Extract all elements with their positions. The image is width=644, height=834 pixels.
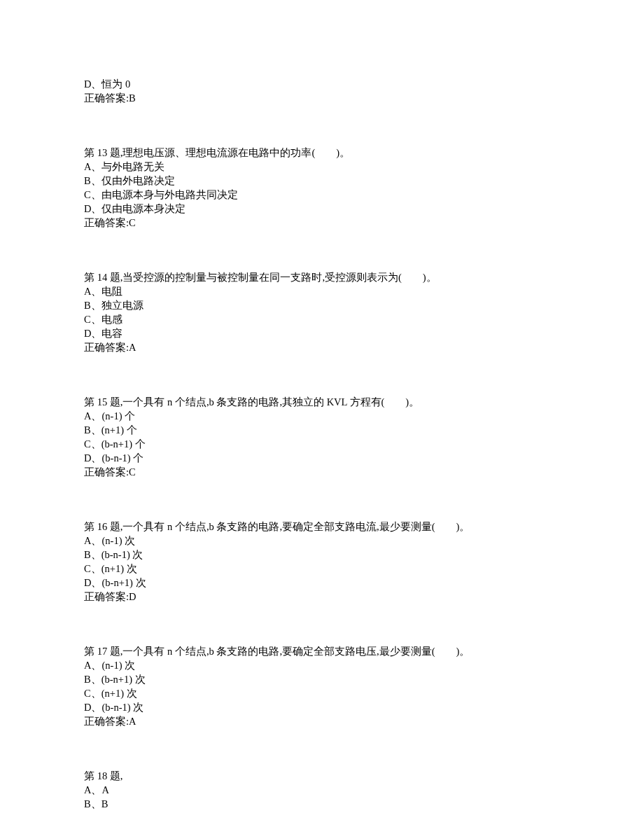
option-b: B、(b-n+1) 次 xyxy=(84,672,560,686)
option-d: D、电容 xyxy=(84,326,560,340)
option-a: A、电阻 xyxy=(84,284,560,298)
option-d: D、(b-n-1) 个 xyxy=(84,451,560,465)
option-c: C、(n+1) 次 xyxy=(84,686,560,700)
option-b: B、独立电源 xyxy=(84,298,560,312)
option-c: C、由电源本身与外电路共同决定 xyxy=(84,188,560,202)
question-stem: 第 16 题,一个具有 n 个结点,b 条支路的电路,要确定全部支路电流,最少要… xyxy=(84,520,560,534)
answer-line: 正确答案:B xyxy=(84,91,560,105)
option-b: B、(n+1) 个 xyxy=(84,423,560,437)
option-a: A、(n-1) 次 xyxy=(84,658,560,672)
answer-line: 正确答案:D xyxy=(84,590,560,604)
option-a: A、与外电路无关 xyxy=(84,160,560,174)
document-page: D、恒为 0 正确答案:B 第 13 题,理想电压源、理想电流源在电路中的功率(… xyxy=(0,0,644,834)
option-d: D、恒为 0 xyxy=(84,77,560,91)
option-a: A、A xyxy=(84,783,560,797)
option-b: B、仅由外电路决定 xyxy=(84,174,560,188)
option-d: D、仅由电源本身决定 xyxy=(84,202,560,216)
option-a: A、(n-1) 个 xyxy=(84,409,560,423)
answer-line: 正确答案:A xyxy=(84,714,560,728)
option-c: C、(b-n+1) 个 xyxy=(84,437,560,451)
option-c: C、电感 xyxy=(84,312,560,326)
option-b: B、(b-n-1) 次 xyxy=(84,548,560,562)
question-stem: 第 18 题, xyxy=(84,769,560,783)
question-stem: 第 13 题,理想电压源、理想电流源在电路中的功率( )。 xyxy=(84,146,560,160)
option-c: C、(n+1) 次 xyxy=(84,562,560,576)
option-d: D、(b-n-1) 次 xyxy=(84,700,560,714)
option-b: B、B xyxy=(84,797,560,811)
answer-line: 正确答案:A xyxy=(84,340,560,354)
question-stem: 第 17 题,一个具有 n 个结点,b 条支路的电路,要确定全部支路电压,最少要… xyxy=(84,644,560,658)
option-a: A、(n-1) 次 xyxy=(84,534,560,548)
answer-line: 正确答案:C xyxy=(84,216,560,230)
answer-line: 正确答案:C xyxy=(84,465,560,479)
question-stem: 第 15 题,一个具有 n 个结点,b 条支路的电路,其独立的 KVL 方程有(… xyxy=(84,395,560,409)
question-stem: 第 14 题,当受控源的控制量与被控制量在同一支路时,受控源则表示为( )。 xyxy=(84,270,560,284)
option-d: D、(b-n+1) 次 xyxy=(84,576,560,590)
